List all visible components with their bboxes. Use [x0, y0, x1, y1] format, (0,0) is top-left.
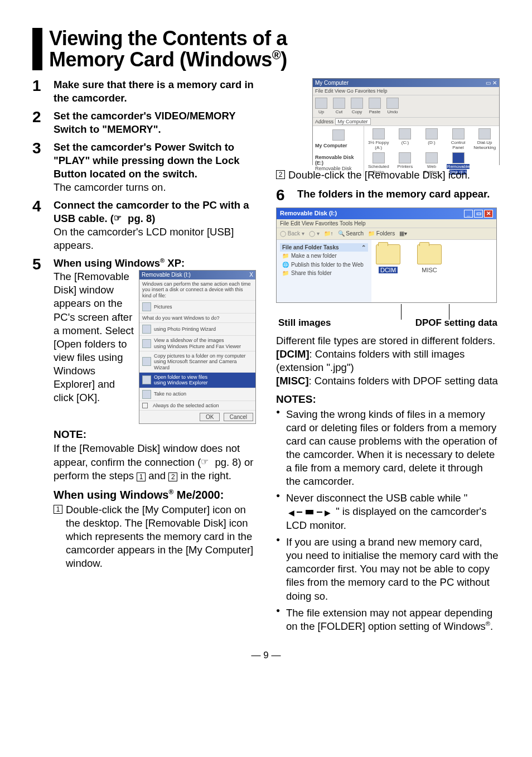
tb-paste[interactable]: Paste [369, 98, 381, 114]
newfolder-icon: 📁 [282, 253, 289, 259]
option-open-folder[interactable]: Open folder to view filesusing Windows E… [139, 373, 255, 388]
callout-leaders [276, 304, 500, 315]
drive-icon [399, 128, 411, 139]
folder-callouts: Still images DPOF setting data [278, 317, 497, 329]
xp-autoplay-dialog: Removable Disk (I:) X Windows can perfor… [139, 270, 256, 424]
copy-icon [142, 357, 151, 366]
always-checkbox-row[interactable]: Always do the selected action [139, 401, 255, 411]
left-column: 1 Make sure that there is a memory card … [32, 78, 256, 637]
registered-mark: ® [486, 620, 490, 627]
tb-undo[interactable]: Undo [386, 98, 399, 114]
notes-list: Saving the wrong kinds of files in a mem… [276, 408, 500, 633]
tb-up-label: Up [318, 109, 324, 114]
ok-button[interactable]: OK [200, 413, 220, 422]
folders-button[interactable]: 📁 Folders [368, 230, 395, 237]
cut-icon [333, 98, 345, 109]
collapse-icon[interactable]: ⌃ [361, 244, 366, 251]
sub-heading-a: When using Windows [54, 488, 168, 500]
mc-toolbar[interactable]: Up Cut Copy Paste Undo [313, 95, 499, 117]
step-5: 5 When using Windows® XP: Removable Disk… [32, 257, 256, 424]
arrow-right-icon [325, 505, 331, 519]
folder-misc-label: MISC [422, 267, 437, 273]
dialog-prompt: Windows can perform the same action each… [139, 279, 255, 301]
drive-a[interactable]: 3½ Floppy (A:) [366, 128, 391, 150]
option-print[interactable]: using Photo Printing Wizard [139, 323, 255, 336]
search-button[interactable]: 🔍 Search [338, 230, 364, 237]
arrow-block-icon [306, 510, 313, 514]
title-line-1: Viewing the Contents of a [49, 27, 287, 50]
step-3: 3 Set the camcorder's Power Switch to "P… [32, 141, 256, 194]
step-1-head: Make sure that there is a memory card in… [54, 79, 254, 104]
ex-title: Removable Disk (I:) [280, 210, 337, 217]
folder-misc[interactable]: MISC [417, 244, 442, 298]
task-share-label: Share this folder [291, 270, 332, 277]
task-new-folder[interactable]: 📁Make a new folder [280, 252, 368, 261]
usb-arrows-icon [288, 505, 331, 519]
arrow-left-icon [288, 505, 294, 519]
close-icon[interactable]: X [249, 272, 253, 278]
step-1: 1 Make sure that there is a memory card … [32, 78, 256, 105]
copy-icon [351, 98, 363, 109]
control-panel[interactable]: Control Panel [446, 128, 471, 150]
mc-menubar[interactable]: File Edit View Go Favorites Help [313, 87, 499, 95]
du-label: Dial-Up Networking [473, 140, 496, 150]
drive-d[interactable]: (D:) [419, 128, 444, 150]
mycomputer-icon [332, 129, 345, 141]
drive-c[interactable]: (C:) [393, 128, 418, 150]
step-6-number: 6 [276, 187, 297, 203]
checkbox-icon[interactable] [142, 403, 148, 408]
tasks-header[interactable]: File and Folder Tasks⌃ [280, 243, 368, 252]
mc-left-head: My Computer [315, 143, 347, 148]
tb-cut[interactable]: Cut [333, 98, 345, 114]
views-button[interactable]: ▦▾ [399, 230, 407, 237]
task-new-folder-label: Make a new folder [291, 253, 337, 259]
folders-pane: DCIM MISC [371, 240, 496, 302]
minimize-icon[interactable]: _ [464, 210, 473, 218]
step-4-head-b: pg. 8) [125, 213, 155, 224]
mc-address-label: Address [315, 119, 333, 124]
cancel-button[interactable]: Cancel [224, 413, 253, 422]
up-icon [315, 98, 327, 109]
mc-address-value[interactable]: My Computer [335, 118, 371, 125]
tasks-header-text: File and Folder Tasks [282, 244, 339, 251]
page-title: Viewing the Contents of a Memory Card (W… [49, 28, 287, 70]
dialup[interactable]: Dial-Up Networking [472, 128, 497, 150]
window-controls-icon[interactable]: ▭ ✕ [486, 80, 497, 86]
close-icon[interactable]: ✕ [484, 210, 493, 218]
dialog-kind: Pictures [139, 301, 255, 314]
option-no-action[interactable]: Take no action [139, 388, 255, 401]
back-button[interactable]: ◯ Back ▾ [280, 230, 304, 237]
tb-up[interactable]: Up [315, 98, 327, 114]
note-4-b: . [490, 620, 493, 632]
pointer-icon [201, 456, 212, 462]
fwd-button[interactable]: ◯ ▾ [309, 230, 320, 237]
drive-d-label: (D:) [428, 140, 435, 145]
desc-misc-label: [MISC] [276, 375, 309, 387]
web-icon [425, 152, 438, 163]
task-publish[interactable]: 🌐Publish this folder to the Web [280, 261, 368, 269]
up-icon[interactable]: 📁↑ [324, 230, 333, 237]
step-2-number: 2 [32, 109, 54, 125]
mc-address[interactable]: Address My Computer [313, 118, 499, 126]
registered-mark: ® [160, 257, 165, 264]
tb-copy[interactable]: Copy [351, 98, 363, 114]
task-share[interactable]: 📁Share this folder [280, 269, 368, 278]
title-line-2a: Memory Card (Windows [49, 48, 272, 71]
folders-label: Folders [376, 230, 395, 237]
ex-menubar[interactable]: File Edit View Favorites Tools Help [277, 219, 496, 229]
title-line-2b: ) [280, 48, 287, 71]
tasks-icon [373, 152, 385, 163]
ex-toolbar[interactable]: ◯ Back ▾ ◯ ▾ 📁↑ 🔍 Search 📁 Folders ▦▾ [277, 228, 496, 240]
boxed-1-icon: 1 [137, 472, 146, 481]
mc-left-rd: Removable Disk (E:) [315, 155, 354, 166]
option-slideshow[interactable]: View a slideshow of the imagesusing Wind… [139, 336, 255, 351]
folder-dcim[interactable]: DCIM [376, 244, 400, 298]
option-copy[interactable]: Copy pictures to a folder on my computer… [139, 351, 255, 373]
maximize-icon[interactable]: ▭ [474, 210, 483, 218]
printers-icon [399, 152, 411, 163]
note-body: If the [Removable Disk] window does not … [54, 442, 256, 482]
leader-line [449, 304, 449, 320]
dialog-title: Removable Disk (I:) [142, 272, 191, 278]
task-publish-label: Publish this folder to the Web [291, 262, 364, 268]
window-controls[interactable]: _▭✕ [463, 210, 493, 218]
